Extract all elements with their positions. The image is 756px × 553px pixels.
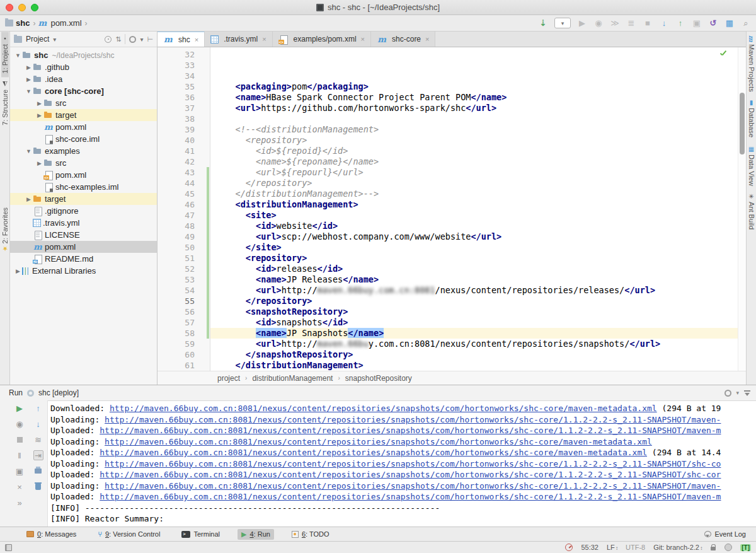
restore-layout-icon[interactable]: ▣ (14, 466, 25, 476)
soft-wrap-icon[interactable]: ≋ (33, 434, 43, 445)
lock-icon[interactable] (710, 544, 716, 551)
console-url-link[interactable]: http://maven.66buy.com.cn:8081/nexus/con… (100, 492, 721, 501)
tab-shc-core[interactable]: shc-core× (371, 32, 435, 47)
search-everywhere-icon[interactable]: ⌕ (741, 18, 751, 28)
tree-expanded-arrow-icon[interactable]: ▼ (14, 52, 22, 59)
tab-shc[interactable]: shc× (158, 32, 205, 47)
run-tab-label[interactable]: Run (9, 388, 23, 397)
down-stacktrace-icon[interactable]: ↓ (33, 419, 43, 429)
breadcrumb-project[interactable]: project (217, 374, 240, 383)
debug-icon[interactable]: ◉ (593, 18, 604, 28)
toolwindow-button-terminal[interactable]: Terminal (178, 529, 224, 539)
tree-collapsed-arrow-icon[interactable]: ▶ (25, 196, 33, 202)
toolwindow-toggle-icon[interactable] (5, 544, 12, 551)
sidebar-item-database[interactable]: ▮Database (748, 95, 755, 141)
tree-collapsed-arrow-icon[interactable]: ▶ (25, 64, 33, 71)
gear-icon[interactable] (129, 36, 136, 43)
tree-item-travis-yml[interactable]: .travis.yml (10, 217, 157, 229)
run-config-selector-icon[interactable]: ▾ (554, 18, 571, 28)
clear-all-icon[interactable] (33, 482, 43, 492)
vcs-commit-icon[interactable]: ↑ (675, 18, 685, 28)
module-structure-icon[interactable]: ▦ (724, 18, 735, 28)
toolwindow-button-0-messages[interactable]: 0: Messages (23, 529, 80, 539)
close-icon[interactable]: × (14, 482, 25, 492)
editor-body[interactable]: 3233343536373839404142434445464748495051… (158, 47, 746, 371)
tree-item-pom-xml[interactable]: pom.xml (10, 169, 157, 181)
recent-changes-icon[interactable]: ▣ (692, 18, 702, 28)
sidebar-item-ant-build[interactable]: ✳Ant Build (748, 189, 755, 233)
console-url-link[interactable]: http://maven.66buy.com.cn:8081/nexus/con… (100, 470, 721, 479)
tree-item-license[interactable]: LICENSE (10, 229, 157, 241)
tree-item-readme-md[interactable]: README.md (10, 253, 157, 265)
breadcrumb-project[interactable]: shc (5, 18, 30, 28)
console-url-link[interactable]: http://maven.66buy.com.cn:8081/nexus/con… (110, 404, 657, 413)
tree-item-target[interactable]: ▶target (10, 109, 157, 121)
hide-run-panel-icon[interactable] (743, 390, 751, 396)
pause-icon[interactable]: ‖ (14, 450, 25, 460)
collapse-all-icon[interactable]: ⇅ (115, 35, 121, 44)
file-encoding[interactable]: UTF-8 (626, 544, 645, 551)
tree-item-github[interactable]: ▶.github (10, 61, 157, 73)
tab-close-icon[interactable]: × (262, 35, 266, 43)
console-url-link[interactable]: http://maven.66buy.com.cn:8081/nexus/con… (105, 415, 721, 424)
up-stacktrace-icon[interactable]: ↑ (33, 403, 43, 413)
stop-icon[interactable] (14, 434, 25, 445)
tab-close-icon[interactable]: × (425, 35, 429, 43)
tab-examples-pom-xml[interactable]: examples/pom.xml× (273, 32, 371, 47)
editor-scrollbar-thumb[interactable] (740, 93, 745, 154)
editor-code[interactable]: <packaging>pom</packaging> <name>HBase S… (210, 47, 738, 371)
tree-item-pom-xml[interactable]: pom.xml (10, 241, 157, 253)
close-window-button[interactable] (6, 4, 13, 11)
tree-item-core-shc-core[interactable]: ▼core [shc-core] (10, 85, 157, 97)
line-ending-selector[interactable]: LF ↕ (607, 544, 617, 551)
breadcrumb-file[interactable]: pom.xml (38, 18, 81, 28)
tab-close-icon[interactable]: × (195, 36, 198, 44)
console-url-link[interactable]: http://maven.66buy.com.cn:8081/nexus/con… (100, 426, 721, 435)
tree-item-examples[interactable]: ▼examples (10, 145, 157, 157)
tree-item-gitignore[interactable]: .gitignore (10, 205, 157, 217)
tree-item-external-libraries[interactable]: ▶External Libraries (10, 265, 157, 277)
scroll-to-end-icon[interactable]: ⇥ (33, 450, 43, 460)
tree-item-shc-examples-iml[interactable]: shc-examples.iml (10, 181, 157, 193)
sidebar-item-7-structure[interactable]: 7: Structure◮ (1, 77, 9, 129)
tree-item-idea[interactable]: ▶.idea (10, 73, 157, 85)
run-settings-gear-icon[interactable] (724, 390, 731, 397)
locate-file-icon[interactable] (105, 36, 112, 43)
rerun-icon[interactable]: ▶ (14, 403, 25, 413)
tree-collapsed-arrow-icon[interactable]: ▶ (35, 100, 43, 107)
minimize-window-button[interactable] (18, 4, 26, 11)
tree-collapsed-arrow-icon[interactable]: ▶ (35, 160, 43, 166)
console-url-link[interactable]: http://maven.66buy.com.cn:8081/nexus/con… (105, 437, 652, 446)
tree-item-pom-xml[interactable]: pom.xml (10, 121, 157, 133)
event-log-button[interactable]: Event Log (701, 529, 750, 539)
toolwindow-button-6-todo[interactable]: 6: TODO (288, 529, 333, 539)
tab-close-icon[interactable]: × (361, 35, 365, 43)
sidebar-item-maven-projects[interactable]: mMaven Projects (748, 32, 755, 95)
toolwindow-button-4-run[interactable]: ▶4: Run (238, 529, 274, 540)
sidebar-item-favorites[interactable]: ★ 2: Favorites (1, 204, 9, 256)
console-url-link[interactable]: http://maven.66buy.com.cn:8081/nexus/con… (100, 448, 647, 457)
tree-item-src[interactable]: ▶src (10, 97, 157, 109)
console-url-link[interactable]: http://maven.66buy.com.cn:8081/nexus/con… (105, 459, 721, 469)
caret-position[interactable]: 55:32 (581, 544, 598, 551)
print-icon[interactable] (33, 466, 43, 476)
update-project-icon[interactable]: ⇣ (538, 18, 548, 28)
coverage-icon[interactable]: ≫ (610, 18, 620, 28)
vcs-update-icon[interactable]: ↓ (659, 18, 669, 28)
zoom-window-button[interactable] (31, 4, 38, 11)
sidebar-item-1-project[interactable]: 1: Project▪ (1, 32, 9, 77)
tree-collapsed-arrow-icon[interactable]: ▶ (35, 112, 43, 119)
run-console[interactable]: Downloaded: http://maven.66buy.com.cn:80… (48, 400, 756, 527)
inspections-ok-icon[interactable] (719, 50, 726, 58)
memory-gauge-icon[interactable] (565, 544, 573, 551)
tree-collapsed-arrow-icon[interactable]: ▶ (14, 268, 22, 274)
breadcrumb-distributionmanagement[interactable]: distributionManagement (252, 374, 333, 383)
sidebar-item-data-view[interactable]: ▦Data View (748, 142, 755, 190)
git-branch-selector[interactable]: Git: branch-2.2 ↕ (653, 544, 702, 551)
attach-icon[interactable]: ◉ (14, 419, 25, 429)
tree-item-src[interactable]: ▶src (10, 157, 157, 169)
tree-item-shc[interactable]: ▼shc~/IdeaProjects/shc (10, 49, 157, 61)
hide-panel-icon[interactable]: ⊢ (147, 35, 153, 44)
tree-item-target[interactable]: ▶target (10, 193, 157, 205)
profiler-icon[interactable]: ≣ (626, 18, 636, 28)
